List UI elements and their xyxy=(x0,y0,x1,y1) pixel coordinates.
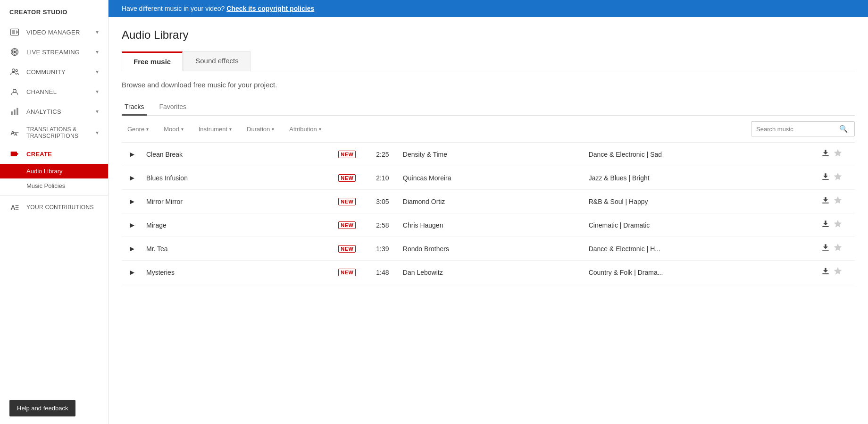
favorite-button[interactable] xyxy=(833,148,843,160)
translations-icon: AA xyxy=(9,127,20,138)
page-title: Audio Library xyxy=(122,28,855,42)
search-input[interactable] xyxy=(756,126,836,133)
tabs-container: Free music Sound effects xyxy=(122,51,855,71)
tab-free-music[interactable]: Free music xyxy=(122,51,183,71)
play-button[interactable]: ▶ xyxy=(126,220,138,230)
filter-duration-button[interactable]: Duration ▾ xyxy=(241,123,280,136)
banner-link[interactable]: Check its copyright policies xyxy=(226,5,314,12)
chevron-down-icon: ▾ xyxy=(96,68,99,75)
sidebar: CREATOR STUDIO VIDEO MANAGER ▾ LIVE STRE… xyxy=(0,0,108,424)
play-button[interactable]: ▶ xyxy=(126,149,138,160)
play-button[interactable]: ▶ xyxy=(126,267,138,278)
svg-point-3 xyxy=(14,51,16,53)
search-box: 🔍 xyxy=(751,121,855,136)
chevron-down-icon: ▾ xyxy=(96,29,99,35)
track-name: Mr. Tea xyxy=(146,245,168,253)
track-genre: Country & Folk | Drama... xyxy=(589,269,663,276)
track-genre: Cinematic | Dramatic xyxy=(589,221,650,229)
download-button[interactable] xyxy=(821,219,830,231)
favorite-button[interactable] xyxy=(833,266,843,278)
svg-point-7 xyxy=(16,69,17,71)
sidebar-item-video-manager-label: VIDEO MANAGER xyxy=(26,29,80,36)
sub-tab-tracks[interactable]: Tracks xyxy=(122,99,147,116)
table-row: ▶ Mysteries NEW 1:48 Dan Lebowitz Countr… xyxy=(122,261,855,284)
favorite-button[interactable] xyxy=(833,195,843,207)
sidebar-divider xyxy=(0,195,108,195)
sub-tab-favorites[interactable]: Favorites xyxy=(156,99,189,115)
svg-rect-9 xyxy=(11,111,13,115)
filter-duration-label: Duration xyxy=(247,126,270,133)
sidebar-item-live-streaming[interactable]: LIVE STREAMING ▾ xyxy=(0,42,108,62)
favorite-button[interactable] xyxy=(833,219,843,231)
chevron-down-icon: ▾ xyxy=(319,127,321,132)
track-duration: 1:48 xyxy=(376,269,389,276)
action-buttons xyxy=(821,195,851,207)
track-artist: Quincas Moreira xyxy=(403,174,451,182)
contributions-icon: A xyxy=(9,202,20,212)
filter-mood-button[interactable]: Mood ▾ xyxy=(158,123,189,136)
chevron-down-icon: ▾ xyxy=(229,127,232,132)
download-button[interactable] xyxy=(821,266,830,278)
svg-rect-11 xyxy=(17,108,18,115)
svg-point-6 xyxy=(12,69,15,72)
play-button[interactable]: ▶ xyxy=(126,196,138,207)
download-button[interactable] xyxy=(821,148,830,160)
svg-point-8 xyxy=(13,89,17,93)
sidebar-item-community[interactable]: COMMUNITY ▾ xyxy=(0,62,108,82)
sidebar-sub-item-audio-library[interactable]: Audio Library xyxy=(0,164,108,178)
download-button[interactable] xyxy=(821,172,830,184)
tracks-table: ▶ Clean Break NEW 2:25 Density & Time Da… xyxy=(122,143,855,284)
live-streaming-icon xyxy=(9,47,20,57)
favorite-button[interactable] xyxy=(833,243,843,254)
track-name: Blues Infusion xyxy=(146,174,188,182)
svg-marker-2 xyxy=(16,30,18,34)
create-icon xyxy=(9,149,20,159)
sub-tabs: Tracks Favorites xyxy=(122,99,855,116)
play-button[interactable]: ▶ xyxy=(126,243,138,254)
analytics-icon xyxy=(9,106,20,117)
track-name: Mirage xyxy=(146,221,167,229)
track-genre: R&B & Soul | Happy xyxy=(589,198,648,205)
new-badge: NEW xyxy=(338,174,356,182)
browse-text: Browse and download free music for your … xyxy=(122,81,855,89)
sidebar-item-analytics-label: ANALYTICS xyxy=(26,108,61,115)
sidebar-sub-item-music-policies[interactable]: Music Policies xyxy=(0,178,108,193)
table-row: ▶ Mirage NEW 2:58 Chris Haugen Cinematic… xyxy=(122,213,855,237)
sidebar-item-channel[interactable]: CHANNEL ▾ xyxy=(0,82,108,102)
video-manager-icon xyxy=(9,27,20,37)
action-buttons xyxy=(821,243,851,254)
sidebar-item-analytics[interactable]: ANALYTICS ▾ xyxy=(0,102,108,121)
sidebar-item-video-manager[interactable]: VIDEO MANAGER ▾ xyxy=(0,22,108,42)
help-feedback-button[interactable]: Help and feedback xyxy=(9,400,75,416)
track-artist: Diamond Ortiz xyxy=(403,198,445,205)
filter-instrument-button[interactable]: Instrument ▾ xyxy=(193,123,237,136)
sidebar-item-your-contributions[interactable]: A YOUR CONTRIBUTIONS xyxy=(0,197,108,217)
sidebar-item-channel-label: CHANNEL xyxy=(26,88,57,95)
tab-sound-effects[interactable]: Sound effects xyxy=(184,51,250,71)
svg-rect-10 xyxy=(14,110,15,115)
chevron-down-icon: ▾ xyxy=(96,129,99,136)
download-button[interactable] xyxy=(821,195,830,207)
chevron-down-icon: ▾ xyxy=(96,88,99,95)
track-artist: Rondo Brothers xyxy=(403,245,449,253)
svg-marker-16 xyxy=(17,153,18,155)
chevron-down-icon: ▾ xyxy=(96,49,99,55)
play-button[interactable]: ▶ xyxy=(126,172,138,183)
sidebar-item-create-label: CREATE xyxy=(26,151,52,158)
sidebar-item-translations[interactable]: AA TRANSLATIONS & TRANSCRIPTIONS ▾ xyxy=(0,121,108,144)
svg-rect-15 xyxy=(11,152,17,156)
filter-genre-button[interactable]: Genre ▾ xyxy=(122,123,154,136)
banner-text: Have different music in your video? xyxy=(122,5,225,12)
sidebar-item-translations-label: TRANSLATIONS & TRANSCRIPTIONS xyxy=(26,126,96,139)
new-badge: NEW xyxy=(338,245,356,253)
filter-instrument-label: Instrument xyxy=(199,126,227,133)
download-button[interactable] xyxy=(821,243,830,254)
sidebar-bottom: Help and feedback xyxy=(0,392,108,424)
channel-icon xyxy=(9,86,20,97)
app-title: CREATOR STUDIO xyxy=(0,0,108,22)
sidebar-item-create[interactable]: CREATE xyxy=(0,144,108,164)
filter-attribution-button[interactable]: Attribution ▾ xyxy=(284,123,327,136)
favorite-button[interactable] xyxy=(833,172,843,184)
track-genre: Dance & Electronic | Sad xyxy=(589,151,662,158)
new-badge: NEW xyxy=(338,269,356,276)
